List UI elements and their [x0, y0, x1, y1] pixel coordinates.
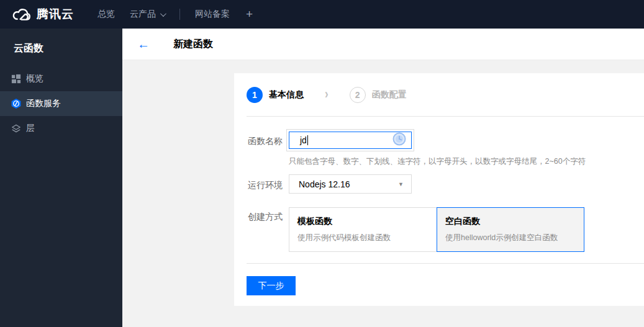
runtime-label: 运行环境 [248, 180, 283, 191]
method-desc: 使用示例代码模板创建函数 [297, 233, 437, 243]
page-title: 新建函数 [173, 38, 213, 51]
tencent-cloud-console: 腾讯云 总览 云产品 网站备案 + 云函数 [0, 0, 644, 327]
add-tab-button[interactable]: + [246, 7, 253, 21]
nav-products-label: 云产品 [130, 9, 156, 20]
brand-name: 腾讯云 [37, 6, 74, 22]
sidebar-menu: 概览 函数服务 层 [0, 66, 122, 141]
function-name-label: 函数名称 [248, 136, 283, 147]
function-name-hint: 只能包含字母、数字、下划线、连字符，以字母开头，以数字或字母结尾，2~60个字符 [289, 156, 586, 167]
topbar: 腾讯云 总览 云产品 网站备案 + [0, 0, 644, 29]
next-step-button[interactable]: 下一步 [247, 276, 296, 295]
chevron-down-icon [160, 11, 166, 17]
scf-hexagon-icon [11, 98, 22, 109]
nav-overview[interactable]: 总览 [98, 9, 115, 20]
content-area: 1 基本信息 › 2 函数配置 函数名称 jd [122, 60, 644, 327]
method-card-blank-function[interactable]: 空白函数 使用helloworld示例创建空白函数 [437, 207, 584, 252]
text-caret [307, 135, 308, 145]
nav-beian[interactable]: 网站备案 [195, 9, 230, 20]
steps-divider [247, 116, 644, 117]
method-desc: 使用helloworld示例创建空白函数 [445, 233, 584, 243]
tencent-cloud-logo[interactable]: 腾讯云 [11, 6, 74, 22]
method-card-template-function[interactable]: 模板函数 使用示例代码模板创建函数 [289, 207, 437, 252]
step-2-circle: 2 [350, 87, 366, 103]
sidebar-item-label: 概览 [26, 73, 43, 84]
sidebar-item-function-service[interactable]: 函数服务 [0, 91, 122, 116]
runtime-selected-value: Nodejs 12.16 [299, 179, 350, 189]
method-title: 空白函数 [445, 216, 584, 227]
topbar-nav: 总览 云产品 网站备案 + [90, 7, 253, 21]
runtime-select[interactable]: Nodejs 12.16 ▼ [289, 174, 412, 194]
step-1-label: 基本信息 [269, 89, 304, 101]
step-chevron-icon: › [325, 87, 329, 103]
function-name-input[interactable]: jd [289, 132, 412, 149]
step-indicator: 1 基本信息 › 2 函数配置 [247, 87, 407, 103]
sidebar-item-layers[interactable]: 层 [0, 116, 122, 141]
back-icon[interactable]: ← [137, 38, 150, 50]
sidebar: 云函数 概览 [0, 29, 122, 327]
topbar-divider [179, 9, 180, 20]
validating-clock-icon [392, 132, 406, 148]
sidebar-title: 云函数 [0, 29, 122, 55]
layers-icon [11, 123, 22, 134]
dropdown-caret-icon: ▼ [398, 181, 404, 187]
grid-icon [11, 73, 22, 84]
sidebar-item-label: 层 [26, 123, 35, 134]
page-header: ← 新建函数 [122, 29, 644, 60]
method-title: 模板函数 [297, 216, 437, 227]
create-function-panel: 1 基本信息 › 2 函数配置 函数名称 jd [234, 73, 644, 306]
cloud-logo-icon [11, 7, 32, 22]
sidebar-item-overview[interactable]: 概览 [0, 66, 122, 91]
footer-divider [247, 263, 644, 264]
step-1-circle: 1 [247, 87, 263, 103]
step-2-label: 函数配置 [372, 89, 407, 101]
function-name-value: jd [300, 135, 307, 145]
creation-method-label: 创建方式 [248, 212, 283, 223]
creation-method-options: 模板函数 使用示例代码模板创建函数 空白函数 使用helloworld示例创建空… [289, 207, 584, 252]
sidebar-item-label: 函数服务 [26, 98, 61, 109]
nav-products[interactable]: 云产品 [130, 9, 165, 20]
